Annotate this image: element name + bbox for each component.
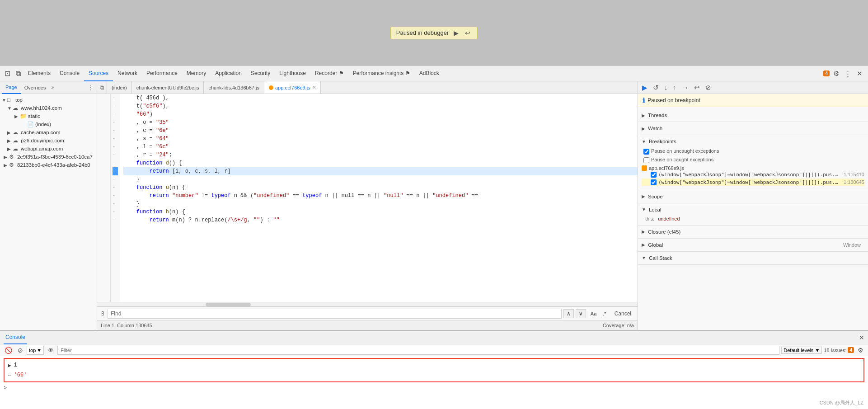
console-eye-btn[interactable]: 👁: [46, 346, 56, 355]
console-clear-btn[interactable]: 🚫: [3, 346, 14, 355]
console-close-btn[interactable]: ✕: [859, 334, 864, 341]
tab-perf-insights[interactable]: Performance insights ⚑: [348, 66, 415, 81]
tree-item-uuid2[interactable]: ▶ ⚙ 82133bb0-e4cf-433a-afeb-24b0: [0, 161, 97, 169]
devtools-icon1[interactable]: ⊡: [2, 69, 13, 78]
tree-item-cache-amap[interactable]: ▶ ☁ cache.amap.com: [0, 128, 97, 136]
find-aa-btn[interactable]: Aa: [588, 310, 599, 317]
code-tab-index[interactable]: (index): [107, 81, 132, 94]
tree-item-index[interactable]: 📄 (index): [0, 120, 97, 128]
find-input[interactable]: [108, 309, 562, 319]
console-input-row: >: [4, 384, 864, 392]
tab-application[interactable]: Application: [211, 66, 246, 81]
close-button[interactable]: ✕: [855, 68, 864, 80]
dbg-step-out-btn[interactable]: ↑: [671, 82, 679, 93]
bp-check-1[interactable]: [651, 172, 657, 178]
code-scrollbar-thumb[interactable]: [206, 303, 251, 306]
sidebar-tabs: Page Overrides » ⋮: [0, 81, 97, 94]
console-block-btn[interactable]: ⊘: [16, 346, 25, 355]
dbg-step-over-btn[interactable]: ↺: [651, 82, 661, 93]
closure-header[interactable]: ▶ Closure (cf45): [638, 227, 868, 236]
console-filter-input[interactable]: [57, 346, 779, 355]
find-dot-btn[interactable]: .*: [600, 310, 609, 317]
dbg-step-btn[interactable]: →: [680, 82, 691, 93]
find-up-btn[interactable]: ∧: [563, 309, 574, 318]
bp-check-2[interactable]: [651, 179, 657, 185]
watch-header[interactable]: ▶ Watch: [638, 124, 868, 133]
code-editor[interactable]: - - - - - - - - - - - - - - -: [97, 94, 638, 302]
debugger-content: ▶ Threads ▶ Watch ▼ Breakpoints: [638, 107, 868, 330]
code-tab-app[interactable]: app.ecf766e9.js ✕: [264, 81, 321, 94]
tree-item-top[interactable]: ▼ □ top: [0, 96, 97, 104]
issues-badge: 4: [823, 71, 830, 76]
code-line: return m(n) ? n.replace(/\s+/g, "") : "": [123, 216, 638, 224]
dbg-deactivate-btn[interactable]: ↩: [692, 82, 702, 93]
folder-icon: 📁: [20, 113, 27, 119]
tab-elements[interactable]: Elements: [23, 66, 55, 81]
tab-performance[interactable]: Performance: [142, 66, 182, 81]
threads-header[interactable]: ▶ Threads: [638, 111, 868, 120]
tree-item-douyin[interactable]: ▶ ☁ p26.douyinpic.com: [0, 136, 97, 145]
tree-item-static[interactable]: ▶ 📁 static: [0, 112, 97, 120]
tab-sources[interactable]: Sources: [84, 66, 113, 81]
tab-lighthouse[interactable]: Lighthouse: [275, 66, 310, 81]
pause-uncaught-check[interactable]: [643, 149, 649, 155]
step-button[interactable]: ↩: [464, 29, 472, 37]
global-section: ▶ Global Window: [638, 239, 868, 252]
tab-recorder[interactable]: Recorder ⚑: [310, 66, 348, 81]
file-icon: 📄: [27, 121, 34, 127]
dbg-dont-pause-btn[interactable]: ⊘: [703, 82, 713, 93]
find-regex-btn[interactable]: Ꞵ: [100, 309, 106, 318]
threads-section: ▶ Threads: [638, 109, 868, 122]
code-lines: t( 456d ), t("c5f6"), "66") , o = "35" ,…: [120, 94, 638, 302]
sidebar-options-btn[interactable]: ⋮: [87, 83, 95, 92]
devtools-icon2[interactable]: ⧉: [13, 70, 23, 78]
find-down-btn[interactable]: ∨: [576, 309, 586, 318]
callstack-header[interactable]: ▼ Call Stack: [638, 254, 868, 263]
bp-entry-1: (window["webpackJsonp"]=window["webpackJ…: [642, 171, 864, 179]
closure-label: Closure (cf45): [648, 229, 680, 235]
local-header[interactable]: ▼ Local: [638, 205, 868, 214]
paused-label: Paused on breakpoint: [647, 97, 700, 103]
resume-button[interactable]: ▶: [452, 29, 460, 37]
tab-security[interactable]: Security: [246, 66, 275, 81]
scope-item-this: this: undefined: [645, 216, 861, 221]
tree-item-webapi[interactable]: ▶ ☁ webapi.amap.com: [0, 145, 97, 153]
tree-item-uuid1[interactable]: ▶ ⚙ 2e9f351a-f3be-4539-8cc0-10ca7: [0, 153, 97, 161]
entry-arrow-expand[interactable]: ▶: [8, 362, 11, 368]
tab-adblock[interactable]: AdBlock: [415, 66, 444, 81]
bp-entry-2: (window["webpackJsonp"]=window["webpackJ…: [642, 179, 864, 186]
scope-header[interactable]: ▶ Scope: [638, 192, 868, 201]
code-tab-close-icon[interactable]: ✕: [312, 85, 316, 90]
console-context-select[interactable]: top ▼: [27, 346, 44, 355]
find-cancel-btn[interactable]: Cancel: [611, 310, 635, 318]
default-levels-select[interactable]: Default levels ▼: [781, 347, 822, 354]
code-tab-chunk-libs-label: chunk-libs.4d136b67.js: [208, 85, 259, 90]
sidebar-tab-page[interactable]: Page: [2, 81, 21, 94]
code-tab-chunk-libs[interactable]: chunk-libs.4d136b67.js: [204, 81, 264, 94]
code-scrollbar-area[interactable]: [97, 302, 638, 306]
tab-console[interactable]: Console: [55, 66, 84, 81]
tree-arrow-hh1024: ▼: [7, 106, 13, 111]
dbg-step-into-btn[interactable]: ↓: [662, 82, 670, 93]
breakpoints-list: Pause on uncaught exceptions Pause on ca…: [638, 146, 868, 188]
settings-button[interactable]: ⚙: [831, 68, 841, 80]
console-settings-btn[interactable]: ⚙: [856, 346, 865, 355]
devtools-panel: ⊡ ⧉ Elements Console Sources Network Per…: [0, 66, 868, 409]
console-tab-label[interactable]: Console: [4, 331, 27, 344]
code-tab-elementui[interactable]: chunk-elementUI.fd9fc2bc.js: [132, 81, 204, 94]
more-button[interactable]: ⋮: [843, 68, 853, 80]
code-tabs-expand[interactable]: ⧉: [97, 81, 107, 94]
global-header[interactable]: ▶ Global Window: [638, 240, 868, 249]
dbg-resume-btn[interactable]: ▶: [640, 82, 650, 93]
tree-item-hh1024[interactable]: ▼ ☁ www.hh1024.com: [0, 104, 97, 112]
line-numbers: [97, 94, 111, 302]
breakpoints-arrow: ▼: [642, 139, 646, 144]
breakpoints-header[interactable]: ▼ Breakpoints: [638, 137, 868, 146]
scope-section: ▶ Scope: [638, 190, 868, 203]
pause-caught-check[interactable]: [643, 157, 649, 163]
entry-text-i: i: [14, 362, 17, 368]
tab-network[interactable]: Network: [113, 66, 142, 81]
sidebar-more[interactable]: »: [49, 85, 56, 90]
tab-memory[interactable]: Memory: [182, 66, 211, 81]
sidebar-tab-overrides[interactable]: Overrides: [21, 81, 50, 94]
